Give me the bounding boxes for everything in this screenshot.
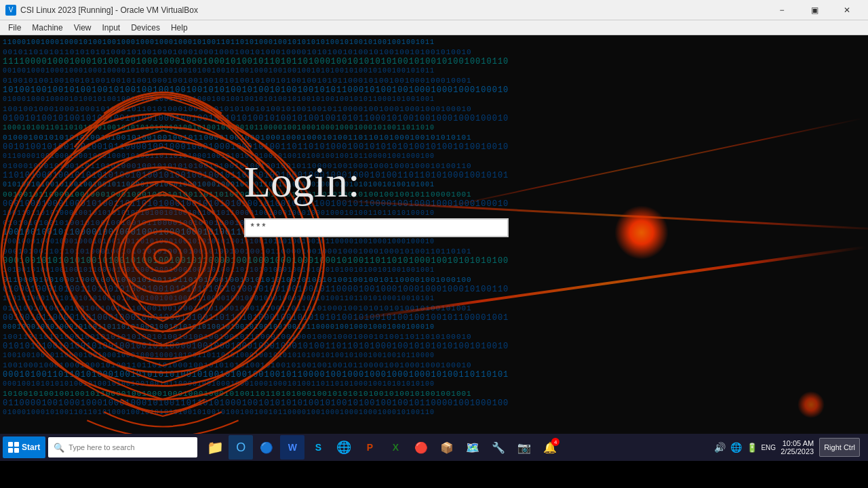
- start-button[interactable]: Start: [3, 436, 45, 458]
- menu-help[interactable]: Help: [165, 20, 193, 35]
- search-icon: 🔍: [54, 443, 64, 453]
- start-label: Start: [22, 443, 40, 452]
- app-12[interactable]: 🔧: [486, 435, 511, 460]
- app-10[interactable]: 📦: [435, 435, 459, 460]
- right-ctrl-button[interactable]: Right Ctrl: [819, 438, 860, 457]
- app-skype[interactable]: S: [306, 435, 330, 460]
- restore-button[interactable]: ▣: [799, 1, 830, 20]
- start-square-4: [14, 448, 19, 453]
- close-button[interactable]: ✕: [831, 1, 863, 20]
- login-input[interactable]: [244, 218, 509, 237]
- tray-icon-1[interactable]: 🔊: [713, 435, 726, 460]
- app-file-explorer[interactable]: 📁: [203, 435, 227, 460]
- window-controls: − ▣ ✕: [766, 1, 863, 20]
- fingerprint-svg: [0, 38, 332, 458]
- search-input[interactable]: [68, 443, 191, 451]
- vm-content: 1100010010001000101001001000100010001000…: [0, 35, 868, 461]
- app-excel[interactable]: X: [383, 435, 408, 460]
- app-chrome[interactable]: 🌐: [332, 435, 356, 460]
- clock-time: 10:05 AM: [783, 439, 814, 447]
- search-bar[interactable]: 🔍: [48, 437, 197, 458]
- laser-circle-1: [614, 205, 669, 260]
- tray-icon-2[interactable]: 🌐: [729, 435, 743, 460]
- tray-icon-keyboard[interactable]: ENG: [762, 435, 775, 460]
- taskbar: Start 🔍 📁 O 🔵 W S 🌐 P X 🔴 📦 🗺️ 🔧 📷 🔔 4: [0, 434, 868, 461]
- windows-icon: [8, 442, 19, 453]
- app-word[interactable]: W: [280, 435, 304, 460]
- clock-date: 2/25/2023: [781, 447, 814, 455]
- taskbar-apps: 📁 O 🔵 W S 🌐 P X 🔴 📦 🗺️ 🔧 📷 🔔 4: [203, 435, 713, 460]
- start-square-2: [14, 442, 19, 447]
- app-outlook[interactable]: O: [229, 435, 253, 460]
- title-bar: V CSI Linux 2023 [Running] - Oracle VM V…: [0, 0, 868, 20]
- title-bar-left: V CSI Linux 2023 [Running] - Oracle VM V…: [5, 5, 198, 16]
- minimize-button[interactable]: −: [766, 1, 797, 20]
- clock[interactable]: 10:05 AM 2/25/2023: [778, 439, 816, 455]
- menu-devices[interactable]: Devices: [125, 20, 165, 35]
- menu-input[interactable]: Input: [97, 20, 126, 35]
- start-square-1: [8, 442, 13, 447]
- fingerprint-overlay: [0, 35, 339, 461]
- tray-icon-battery[interactable]: 🔋: [745, 435, 759, 460]
- app-media[interactable]: 🔵: [254, 435, 279, 460]
- menu-view[interactable]: View: [68, 20, 97, 35]
- app-13[interactable]: 📷: [512, 435, 536, 460]
- app-11[interactable]: 🗺️: [460, 435, 485, 460]
- title-bar-text: CSI Linux 2023 [Running] - Oracle VM Vir…: [20, 5, 198, 15]
- login-container: Login:: [244, 157, 509, 237]
- app-9[interactable]: 🔴: [409, 435, 433, 460]
- taskbar-right: 🔊 🌐 🔋 ENG 10:05 AM 2/25/2023 Right Ctrl: [713, 435, 865, 460]
- laser-circle-2: [797, 391, 825, 418]
- menu-bar: File Machine View Input Devices Help: [0, 20, 868, 35]
- menu-file[interactable]: File: [3, 20, 26, 35]
- menu-machine[interactable]: Machine: [26, 20, 68, 35]
- login-label: Login:: [244, 157, 360, 207]
- start-square-3: [8, 448, 13, 453]
- svg-point-13: [62, 156, 264, 358]
- virtualbox-icon: V: [5, 5, 16, 16]
- app-powerpoint[interactable]: P: [357, 435, 382, 460]
- notification-badge[interactable]: 🔔 4: [538, 435, 562, 460]
